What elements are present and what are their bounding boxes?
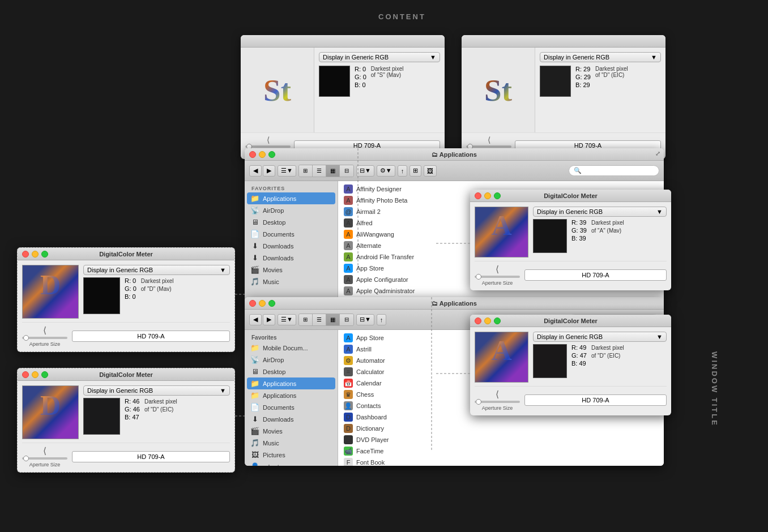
profile-dropdown-dcm-finder-top[interactable]: Display in Generic RGB ▼ bbox=[533, 207, 667, 217]
profile-dropdown-top-left[interactable]: Display in Generic RGB ▼ bbox=[319, 52, 440, 62]
profile-dropdown-dcm-finder-bottom[interactable]: Display in Generic RGB ▼ bbox=[533, 332, 667, 342]
slider-dcm-finder-bottom[interactable] bbox=[475, 401, 520, 403]
path-btn-top[interactable]: 🖼 bbox=[424, 165, 437, 177]
minimize-dcm-finder-bottom[interactable] bbox=[484, 318, 491, 324]
item-facetime[interactable]: 📹 FaceTime bbox=[338, 445, 664, 457]
profile-dropdown-dcm-sidebar-bottom[interactable]: Display in Generic RGB ▼ bbox=[83, 385, 230, 396]
coverflow-view-top[interactable]: ⊟ bbox=[340, 165, 353, 177]
sidebar-item-applications-active-bottom[interactable]: 📁 Applications bbox=[247, 377, 335, 389]
sidebar-item-movies-bottom[interactable]: 🎬 Movies bbox=[245, 425, 338, 437]
values-row-dcm-finder-top: R: 39 G: 39 B: 39 Darkest pixelof "A" (M… bbox=[533, 219, 667, 253]
bottom-dcm-sidebar-top: ⟨ Aperture Size HD 709-A bbox=[22, 322, 230, 347]
sort-btn-bottom[interactable]: ⊟▼ bbox=[356, 314, 374, 325]
slider-dcm-finder-top[interactable] bbox=[475, 276, 520, 278]
sidebar-item-applications-top[interactable]: 📁 Applications bbox=[247, 192, 335, 204]
arrange-btn-top[interactable]: ☰▼ bbox=[278, 165, 296, 177]
icon-view-top[interactable]: ⊞ bbox=[299, 165, 313, 177]
color-swatch-top-left bbox=[319, 66, 350, 97]
minimize-btn-finder-top[interactable] bbox=[259, 151, 266, 158]
sidebar-item-desktop-bottom[interactable]: 🖥 Desktop bbox=[245, 366, 338, 377]
dcm-right-finder-top: Display in Generic RGB ▼ R: 39 G: 39 B: … bbox=[533, 207, 667, 253]
slider-top-left[interactable] bbox=[245, 145, 291, 148]
letter-st-top: St bbox=[263, 72, 291, 108]
sidebar-item-movies-top[interactable]: 🎬 Movies bbox=[245, 264, 338, 276]
expand-icon-top[interactable]: ⤢ bbox=[655, 150, 660, 157]
maximize-dcm-finder-top[interactable] bbox=[494, 192, 501, 199]
maximize-dcm-finder-bottom[interactable] bbox=[494, 318, 501, 324]
share-btn-bottom[interactable]: ↑ bbox=[377, 314, 387, 325]
sidebar-item-airdrop-bottom[interactable]: 📡 AirDrop bbox=[245, 354, 338, 366]
slider-top-right[interactable] bbox=[466, 145, 511, 148]
color-swatch-top-right bbox=[540, 66, 571, 97]
item-dvd-player[interactable]: ▶ DVD Player bbox=[338, 434, 664, 445]
values-row-top-left: R: 0 G: 0 B: 0 Darkest pixelof "S" (Mav) bbox=[319, 66, 440, 97]
icon-view-bottom[interactable]: ⊞ bbox=[299, 314, 313, 325]
action-btn-top[interactable]: ⚙▼ bbox=[377, 165, 395, 177]
minimize-btn-finder-bottom[interactable] bbox=[259, 300, 266, 307]
slider-thumb-dcm-finder-top bbox=[476, 274, 481, 280]
robert-icon-bottom: 👤 bbox=[250, 462, 259, 466]
minimize-dcm-sidebar-bottom[interactable] bbox=[32, 371, 39, 378]
list-view-top[interactable]: ☰ bbox=[313, 165, 326, 177]
forward-btn-bottom[interactable]: ▶ bbox=[263, 314, 275, 325]
minimize-dcm-finder-top[interactable] bbox=[484, 192, 491, 199]
slider-dcm-sidebar-bottom[interactable] bbox=[22, 457, 67, 460]
sidebar-item-downloads1-top[interactable]: ⬇ Downloads bbox=[245, 240, 338, 252]
rgb-values-top-right: R: 29 G: 29 B: 29 bbox=[575, 66, 591, 97]
slider-dcm-sidebar-top[interactable] bbox=[22, 337, 67, 339]
close-dcm-finder-top[interactable] bbox=[475, 192, 481, 199]
data-area-top-right: Display in Generic RGB ▼ R: 29 G: 29 B: … bbox=[535, 48, 665, 132]
desktop-icon-top: 🖥 bbox=[250, 218, 259, 226]
values-row-dcm-sidebar-top: R: 0 G: 0 B: 0 Darkest pixelof "D" (Mav) bbox=[83, 277, 230, 314]
column-view-top[interactable]: ▦ bbox=[326, 165, 340, 177]
dcm-top-row-finder-top: A Display in Generic RGB ▼ R: 39 G: 39 B… bbox=[475, 207, 667, 258]
title-dcm-sidebar-bottom: DigitalColor Meter bbox=[99, 371, 153, 378]
back-btn-bottom[interactable]: ◀ bbox=[249, 314, 262, 325]
pixel-preview-sidebar-top: D bbox=[22, 265, 79, 319]
search-box-top[interactable]: 🔍 bbox=[569, 165, 659, 176]
sidebar-item-documents-top[interactable]: 📄 Documents bbox=[245, 228, 338, 240]
sidebar-item-airdrop-top[interactable]: 📡 AirDrop bbox=[245, 204, 338, 216]
item-dictionary[interactable]: D Dictionary bbox=[338, 423, 664, 434]
close-btn-finder-top[interactable] bbox=[249, 151, 256, 158]
icon-facetime: 📹 bbox=[344, 447, 353, 456]
item-font-book[interactable]: F Font Book bbox=[338, 457, 664, 466]
arrange-btn-bottom[interactable]: ☰▼ bbox=[278, 314, 296, 325]
dcm-top-row-sidebar-bottom: D Display in Generic RGB ▼ R: 46 G: 46 B… bbox=[22, 385, 230, 439]
maximize-btn-finder-top[interactable] bbox=[268, 151, 275, 158]
minimize-dcm-sidebar-top[interactable] bbox=[32, 251, 39, 258]
sidebar-item-desktop-top[interactable]: 🖥 Desktop bbox=[245, 216, 338, 228]
image-area-top-right: St bbox=[462, 48, 535, 132]
forward-btn-top[interactable]: ▶ bbox=[263, 165, 275, 177]
sidebar-item-downloads2-top[interactable]: ⬇ Downloads bbox=[245, 252, 338, 264]
sidebar-item-documents-bottom[interactable]: 📄 Documents bbox=[245, 401, 338, 413]
title-dcm-finder-top: DigitalColor Meter bbox=[544, 192, 598, 199]
icon-aliwangwang: A bbox=[344, 230, 353, 239]
profile-dropdown-dcm-sidebar-top[interactable]: Display in Generic RGB ▼ bbox=[83, 265, 230, 275]
sidebar-item-applications-bottom[interactable]: 📁 Applications bbox=[245, 389, 338, 401]
share-btn-top[interactable]: ↑ bbox=[398, 165, 408, 177]
close-dcm-sidebar-top[interactable] bbox=[22, 251, 29, 258]
edit-btn-top[interactable]: ⊞ bbox=[409, 165, 421, 177]
coverflow-view-bottom[interactable]: ⊟ bbox=[340, 314, 353, 325]
close-dcm-sidebar-bottom[interactable] bbox=[22, 371, 29, 378]
sidebar-item-music-top[interactable]: 🎵 Music bbox=[245, 276, 338, 288]
maximize-dcm-sidebar-bottom[interactable] bbox=[41, 371, 48, 378]
back-btn-top[interactable]: ◀ bbox=[249, 165, 262, 177]
sidebar-item-downloads-bottom[interactable]: ⬇ Downloads bbox=[245, 413, 338, 425]
column-view-bottom[interactable]: ▦ bbox=[326, 314, 340, 325]
sort-btn-top[interactable]: ⊟▼ bbox=[356, 165, 374, 177]
close-dcm-finder-bottom[interactable] bbox=[475, 318, 481, 324]
sidebar-item-mobile-bottom[interactable]: 📁 Mobile Docum... bbox=[245, 342, 338, 354]
maximize-btn-finder-bottom[interactable] bbox=[268, 300, 275, 307]
sidebar-item-music-bottom[interactable]: 🎵 Music bbox=[245, 437, 338, 449]
sidebar-item-robert-bottom[interactable]: 👤 robert bbox=[245, 461, 338, 466]
profile-dropdown-top-right[interactable]: Display in Generic RGB ▼ bbox=[540, 52, 661, 62]
traffic-lights-dcm-finder-bottom bbox=[475, 318, 501, 324]
maximize-dcm-sidebar-top[interactable] bbox=[41, 251, 48, 258]
list-view-bottom[interactable]: ☰ bbox=[313, 314, 326, 325]
close-btn-finder-bottom[interactable] bbox=[249, 300, 256, 307]
dcm-right-sidebar-top: Display in Generic RGB ▼ R: 0 G: 0 B: 0 … bbox=[83, 265, 230, 314]
titlebar-dcm-sidebar-top: DigitalColor Meter bbox=[18, 248, 234, 260]
sidebar-item-pictures-bottom[interactable]: 🖼 Pictures bbox=[245, 449, 338, 461]
